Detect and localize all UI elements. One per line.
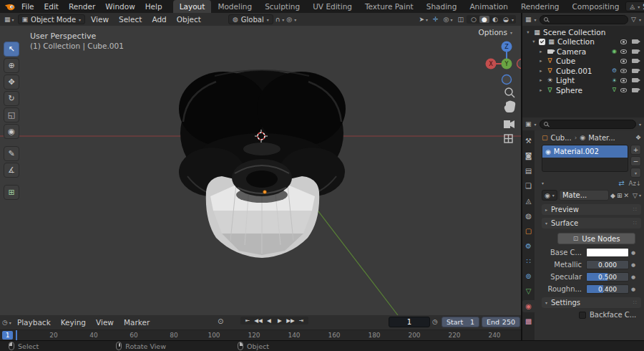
workspace-tab-modeling[interactable]: Modeling: [211, 0, 258, 13]
pin-icon[interactable]: ❖: [635, 134, 641, 141]
end-frame-field[interactable]: End 250: [482, 317, 520, 327]
menu-playback[interactable]: Playback: [13, 316, 55, 329]
output-properties-tab[interactable]: ▤: [522, 165, 535, 177]
menu-window[interactable]: Window: [100, 0, 140, 13]
outliner-row-sphere[interactable]: ▸ ∇ Sphere ∇: [522, 85, 644, 95]
playhead[interactable]: [16, 330, 17, 341]
play-button[interactable]: ▶: [275, 317, 285, 324]
outliner-row-cube-001[interactable]: ▸ ∇ Cube.001 ⚙: [522, 66, 644, 76]
annotate-tool[interactable]: ✎: [4, 146, 19, 161]
transform-tool[interactable]: ◉: [4, 124, 19, 139]
cursor-tool[interactable]: ⊕: [4, 58, 19, 73]
mode-dropdown[interactable]: ▣ Object Mode ▾: [18, 14, 86, 24]
blender-logo-icon[interactable]: [4, 3, 15, 11]
texture-properties-tab[interactable]: ▩: [522, 315, 535, 327]
disclosure-icon[interactable]: ▾: [531, 39, 537, 44]
settings-panel-header[interactable]: ▾ Settings ∷: [542, 297, 641, 308]
shading-rendered-button[interactable]: ◒: [501, 16, 511, 23]
collection-checkbox[interactable]: [539, 39, 545, 45]
menu-view[interactable]: View: [87, 13, 113, 26]
render-visibility-icon[interactable]: [632, 88, 638, 92]
modifier-properties-tab[interactable]: ⚙: [522, 240, 535, 252]
render-visibility-icon[interactable]: [632, 78, 638, 82]
outliner-search-input[interactable]: [540, 15, 629, 24]
workspace-tab-compositing[interactable]: Compositing: [566, 0, 626, 13]
hide-eye-icon[interactable]: [620, 78, 627, 83]
disclosure-icon[interactable]: ▸: [538, 77, 544, 83]
next-keyframe-button[interactable]: ▶▶: [286, 317, 296, 324]
panel-grip-icon[interactable]: ∷: [633, 206, 638, 213]
funnel-icon[interactable]: ▽: [633, 192, 638, 199]
properties-search-input[interactable]: [540, 120, 636, 129]
panel-grip-icon[interactable]: ∷: [633, 299, 638, 306]
specular-slider[interactable]: 0.500: [586, 272, 629, 282]
outliner-row-scene-collection[interactable]: ▾ ▦ Scene Collection: [522, 27, 644, 37]
add-cube-tool[interactable]: ⊞: [4, 185, 19, 200]
render-visibility-icon[interactable]: [632, 69, 638, 73]
surface-panel-header[interactable]: ▾ Surface ∷: [542, 218, 641, 229]
menu-file[interactable]: File: [16, 0, 39, 13]
preview-panel-header[interactable]: ▸ Preview ∷: [542, 204, 641, 215]
workspace-tab-sculpting[interactable]: Sculpting: [258, 0, 306, 13]
physics-properties-tab[interactable]: ⊚: [522, 270, 535, 282]
menu-help[interactable]: Help: [140, 0, 167, 13]
selectability-visibility-dropdown[interactable]: ➤ ▾: [416, 16, 430, 23]
camera-view-icon[interactable]: [504, 120, 514, 128]
menu-view[interactable]: View: [92, 316, 118, 329]
properties-editor-icon[interactable]: ▣: [525, 120, 532, 128]
browse-material-dropdown[interactable]: ◉ ▾: [542, 190, 557, 201]
base-color-swatch[interactable]: [586, 248, 629, 257]
overlays-dropdown[interactable]: ◎ ▾: [441, 16, 455, 23]
menu-marker[interactable]: Marker: [119, 316, 154, 329]
outliner-row-collection[interactable]: ▾ ▦ Collection: [522, 37, 644, 47]
object-data-properties-tab[interactable]: ▽: [522, 285, 535, 297]
disclosure-icon[interactable]: ▸: [538, 87, 544, 93]
sort-alphabetical-icon[interactable]: Az↓: [629, 180, 641, 187]
outliner-row-cube[interactable]: ▸ ∇ Cube: [522, 57, 644, 67]
show-gizmo-toggle[interactable]: ✛: [433, 16, 439, 23]
world-properties-tab[interactable]: ◍: [522, 210, 535, 222]
breadcrumb-material[interactable]: Mater...: [588, 134, 615, 142]
rotate-tool[interactable]: ↻: [4, 91, 19, 106]
disclosure-icon[interactable]: ▸: [538, 68, 544, 74]
scene-properties-tab[interactable]: ◬: [522, 195, 535, 207]
hide-eye-icon[interactable]: [620, 69, 627, 74]
animate-dot-icon[interactable]: ●: [629, 262, 638, 268]
workspace-tab-uv-editing[interactable]: UV Editing: [306, 0, 358, 13]
menu-object[interactable]: Object: [172, 13, 205, 26]
filter-invert-icon[interactable]: ⇄: [618, 179, 624, 187]
workspace-tab-layout[interactable]: Layout: [173, 0, 212, 13]
material-name-field[interactable]: Mate...: [559, 190, 609, 201]
properties-filter-dropdown[interactable]: ▾: [639, 122, 641, 127]
timeline-ruler[interactable]: 20 40 60 80 100 120 140 160 180 200 220 …: [0, 330, 521, 340]
playhead-frame-label[interactable]: 1: [2, 331, 13, 340]
snap-magnet-toggle[interactable]: ∩: [275, 16, 280, 23]
proportional-editing-toggle[interactable]: ◎: [286, 16, 292, 23]
render-visibility-icon[interactable]: [632, 39, 638, 44]
animate-dot-icon[interactable]: ●: [629, 274, 638, 280]
hide-eye-icon[interactable]: [620, 59, 627, 64]
shading-material-button[interactable]: ◐: [490, 16, 500, 23]
backface-culling-checkbox[interactable]: [579, 312, 586, 319]
unlink-material-icon[interactable]: ✕: [624, 192, 630, 199]
filter-dropdown[interactable]: ▾: [639, 17, 641, 22]
tool-properties-tab[interactable]: ⚒: [522, 135, 535, 147]
shading-solid-button[interactable]: ●: [479, 16, 489, 23]
editor-type-selector[interactable]: ▦ ▾: [2, 16, 16, 23]
workspace-tab-texture-paint[interactable]: Texture Paint: [358, 0, 420, 13]
material-slot-active[interactable]: ◉ Material.002: [542, 145, 628, 158]
menu-keying[interactable]: Keying: [57, 316, 90, 329]
render-properties-tab[interactable]: ◙: [522, 150, 535, 162]
render-visibility-icon[interactable]: [632, 49, 638, 54]
xray-toggle[interactable]: ◫: [457, 16, 464, 23]
scale-tool[interactable]: ◱: [4, 107, 19, 122]
render-visibility-icon[interactable]: [632, 59, 638, 63]
workspace-tab-shading[interactable]: Shading: [420, 0, 464, 13]
move-tool[interactable]: ✥: [4, 74, 19, 90]
preview-range-toggle[interactable]: ◷: [432, 318, 438, 325]
material-properties-tab[interactable]: ◉: [522, 300, 535, 312]
hide-eye-icon[interactable]: [620, 39, 627, 44]
hide-eye-icon[interactable]: [620, 88, 627, 93]
menu-select[interactable]: Select: [114, 13, 146, 26]
add-slot-button[interactable]: +: [630, 145, 641, 155]
